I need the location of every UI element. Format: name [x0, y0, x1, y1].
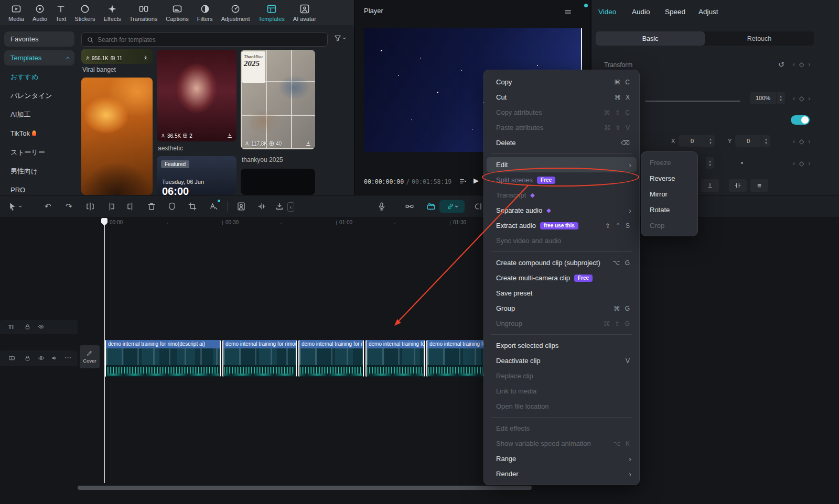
keyframe-diamond-icon[interactable]: ◇ [799, 160, 804, 167]
magic-tool-icon[interactable] [426, 202, 436, 211]
timeline-ruler[interactable]: 00:00 00:30 01:00 01:30 [0, 218, 839, 227]
sidebar-item-mens[interactable]: 男性向け [4, 163, 74, 179]
sidebar-item-valentine[interactable]: バレンタイン [4, 88, 74, 103]
ai-text-icon[interactable] [209, 202, 218, 211]
stepper-up-icon[interactable]: ▴ [709, 137, 712, 141]
toolbar-item-filters[interactable]: Filters [193, 4, 217, 22]
download-icon[interactable] [143, 55, 149, 61]
stepper-down-icon[interactable]: ▾ [709, 163, 711, 167]
mask-icon[interactable] [167, 202, 177, 211]
keyframe-diamond-icon[interactable]: ◇ [799, 61, 804, 68]
template-card-cat[interactable] [81, 78, 153, 195]
stepper-down-icon[interactable]: ▾ [709, 141, 712, 145]
sidebar-item-osusume[interactable]: おすすめ [4, 69, 74, 84]
microphone-icon[interactable] [377, 202, 386, 211]
link-toggle[interactable]: › [439, 200, 465, 213]
undo-icon[interactable]: ↶ [45, 202, 51, 211]
keyframe-prev-icon[interactable]: ‹ [793, 160, 795, 167]
clip-tool-icon[interactable] [473, 202, 482, 211]
keyframe-prev-icon[interactable]: ‹ [793, 138, 795, 145]
toolbar-item-text[interactable]: Text [51, 4, 70, 22]
eye-icon[interactable] [38, 355, 45, 361]
menu-item-copy[interactable]: Copy⌘ C [487, 74, 637, 90]
timeline-clip[interactable]: demo internal training for rimo(descript… [105, 340, 221, 377]
toolbar-item-adjustment[interactable]: Adjustment [217, 4, 254, 22]
keyframe-next-icon[interactable]: › [808, 61, 810, 68]
stepper-up-icon[interactable]: ▴ [709, 159, 711, 163]
keyframe-next-icon[interactable]: › [808, 95, 810, 102]
eye-icon[interactable] [38, 323, 45, 330]
stepper-down-icon[interactable]: ▾ [780, 98, 782, 102]
x-value[interactable]: 0 [679, 135, 706, 147]
toolbar-item-effects[interactable]: Effects [99, 4, 125, 22]
sidebar-item-tiktok[interactable]: TikTok [4, 126, 74, 141]
template-title[interactable]: thankyou 2025 [242, 156, 283, 163]
template-title[interactable]: Viral banget [82, 66, 116, 73]
tab-adjust[interactable]: Adjust [698, 8, 718, 16]
rotation-dial-icon[interactable] [741, 162, 743, 164]
template-title[interactable]: aesthetic [158, 145, 183, 152]
menu-item-create-compound-clip[interactable]: Create compound clip (subproject)⌥ G [487, 255, 637, 270]
stepper-down-icon[interactable]: ▾ [765, 141, 767, 145]
x-stepper[interactable]: ▴▾ [706, 135, 715, 147]
menu-item-edit[interactable]: Edit› [487, 157, 637, 172]
keyframe-diamond-icon[interactable]: ◇ [799, 138, 804, 145]
import-icon[interactable] [275, 202, 284, 211]
trim-right-icon[interactable] [126, 202, 136, 211]
menu-item-cut[interactable]: Cut⌘ X [487, 90, 637, 105]
stepper-up-icon[interactable]: ▴ [780, 94, 782, 98]
portrait-tool-icon[interactable] [236, 202, 246, 211]
y-stepper[interactable]: ▴▾ [762, 135, 770, 147]
collapse-panel-icon[interactable]: ‹ [287, 202, 294, 212]
y-value[interactable]: 0 [735, 135, 761, 147]
toolbar-item-media[interactable]: Media [4, 4, 28, 22]
speaker-icon[interactable] [51, 355, 58, 361]
timeline-clip[interactable]: demo internal training for rimo(descript… [426, 340, 491, 377]
more-icon[interactable]: ⋯ [64, 354, 71, 361]
scale-slider[interactable] [645, 101, 740, 102]
delete-icon[interactable] [147, 202, 156, 211]
playhead-line[interactable] [104, 218, 105, 483]
cover-button[interactable]: Cover [80, 345, 100, 368]
filter-button[interactable]: › [334, 34, 346, 42]
crop-tool-icon[interactable] [188, 202, 197, 211]
menu-item-create-multicam-clip[interactable]: Create multi-camera clipFree [487, 270, 637, 286]
template-card-dark[interactable] [241, 169, 315, 195]
sidebar-item-story[interactable]: ストーリー [4, 145, 74, 160]
redo-icon[interactable]: ↷ [66, 202, 72, 211]
reset-icon[interactable]: ↺ [778, 60, 784, 69]
select-tool-chevron-icon[interactable]: › [17, 205, 24, 207]
timeline-clip[interactable]: demo internal training for rimo(descript… [365, 340, 425, 377]
menu-item-delete[interactable]: Delete⌫ [487, 135, 637, 150]
menu-item-range[interactable]: Range› [487, 451, 637, 466]
connector-icon[interactable] [405, 202, 414, 211]
tab-retouch[interactable]: Retouch [705, 31, 814, 46]
tab-audio[interactable]: Audio [632, 8, 650, 16]
keyframe-next-icon[interactable]: › [808, 160, 810, 167]
align-center-button[interactable] [729, 179, 747, 192]
search-input[interactable] [98, 36, 322, 43]
tab-video[interactable]: Video [598, 8, 616, 16]
template-card-aesthetic[interactable]: 36.5K 2 [157, 50, 236, 141]
sidebar-item-templates[interactable]: Templates› [4, 50, 74, 65]
menu-item-separate-audio[interactable]: Separate audio◆› [487, 203, 637, 218]
template-card-viral[interactable]: 956.1K 11 [81, 49, 153, 64]
trim-left-icon[interactable] [106, 202, 115, 211]
menu-item-extract-audio[interactable]: Extract audiofree use this⇧ ⌃ S [487, 218, 637, 233]
menu-item-group[interactable]: Group⌘ G [487, 301, 637, 316]
align-justify-button[interactable]: ≡ [750, 179, 768, 192]
player-menu-icon[interactable] [564, 8, 572, 16]
scale-stepper[interactable]: ▴▾ [777, 92, 785, 104]
submenu-item-reverse[interactable]: Reverse [643, 170, 695, 186]
toolbar-item-ai-avatar[interactable]: AI avatar [289, 4, 320, 22]
scale-value[interactable]: 100% [750, 92, 776, 104]
menu-item-save-preset[interactable]: Save preset [487, 286, 637, 301]
download-icon[interactable] [227, 133, 233, 139]
sidebar-item-ai-processing[interactable]: AI加工 [4, 107, 74, 122]
play-button[interactable]: ▶ [474, 177, 479, 184]
align-bottom-button[interactable] [701, 179, 719, 192]
sidebar-item-favorites[interactable]: Favorites [4, 31, 74, 47]
submenu-item-mirror[interactable]: Mirror [643, 186, 695, 202]
rotation-stepper[interactable]: ▴▾ [706, 157, 714, 169]
template-card-featured[interactable]: Featured Tuesday, 06 Jun 06:00 [157, 156, 236, 195]
